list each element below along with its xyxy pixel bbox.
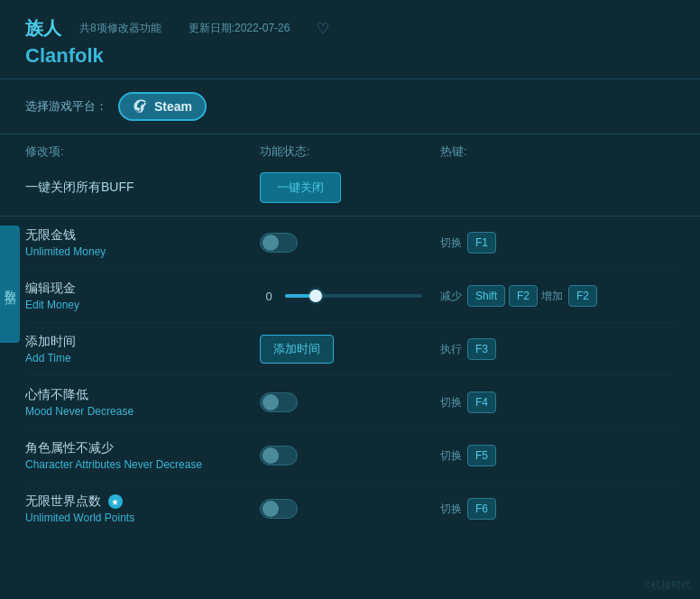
game-title-cn: 族人	[25, 16, 61, 41]
steam-button[interactable]: Steam	[118, 92, 207, 121]
mod-control-col: 添加时间	[260, 335, 440, 364]
mod-hotkey-col: 切换 F5	[440, 445, 675, 466]
table-row: 编辑现金 Edit Money 0 减少 Shift F2 增加 F2	[25, 270, 675, 323]
mod-name-cn: 无限金钱	[25, 227, 260, 244]
mod-name-en: Mood Never Decrease	[25, 405, 260, 418]
sidebar-label: 数据	[2, 281, 18, 288]
heart-icon[interactable]: ♡	[317, 20, 329, 37]
global-disable-button[interactable]: 一键关闭	[260, 172, 341, 203]
steam-label: Steam	[154, 99, 192, 114]
slider-fill	[285, 294, 312, 298]
table-row: 无限世界点数 ★ Unlimited World Points 切换 F6	[25, 483, 675, 535]
col-header-status: 功能状态:	[260, 143, 440, 160]
slider-thumb[interactable]	[309, 290, 322, 302]
toggle-switch[interactable]	[260, 392, 298, 412]
hotkey-label: 切换	[440, 235, 462, 251]
mod-name-col: 无限世界点数 ★ Unlimited World Points	[25, 493, 260, 524]
hotkey-dec-label: 减少	[440, 289, 462, 304]
mod-name-en: Add Time	[25, 352, 260, 364]
toggle-knob	[262, 394, 279, 410]
update-date: 更新日期:2022-07-26	[189, 21, 290, 36]
mod-list: 无限金钱 Unlimited Money 切换 F1 编辑现金 Edit Mon…	[0, 217, 700, 535]
watermark: ©机核时代	[644, 578, 691, 592]
hotkey-badge[interactable]: F1	[467, 232, 496, 253]
toggle-knob	[262, 235, 279, 251]
hotkey-badge-f4[interactable]: F4	[467, 392, 496, 413]
global-row: 一键关闭所有BUFF 一键关闭	[0, 165, 700, 217]
add-time-button[interactable]: 添加时间	[260, 335, 334, 364]
sidebar-accent: 数据	[0, 226, 20, 343]
table-header: 修改项: 功能状态: 热键:	[0, 134, 700, 165]
game-title-en: Clanfolk	[25, 44, 675, 68]
mod-hotkey-col: 切换 F1	[440, 232, 675, 253]
mod-hotkey-col: 切换 F6	[440, 498, 675, 520]
col-header-mod: 修改项:	[25, 143, 260, 160]
platform-label: 选择游戏平台：	[25, 98, 107, 115]
star-badge: ★	[108, 494, 123, 509]
mod-hotkey-col: 减少 Shift F2 增加 F2	[440, 285, 675, 307]
steam-icon	[133, 98, 149, 115]
hotkey-badge-f2-dec[interactable]: F2	[509, 285, 538, 307]
mod-control-col	[260, 499, 440, 519]
header: 族人 共8项修改器功能 更新日期:2022-07-26 ♡ Clanfolk	[0, 0, 700, 79]
mod-name-col: 角色属性不减少 Character Attributes Never Decre…	[25, 440, 260, 471]
platform-row: 选择游戏平台： Steam	[0, 79, 700, 134]
mod-name-cn: 心情不降低	[25, 387, 260, 403]
mod-name-cn: 无限世界点数 ★	[25, 493, 260, 510]
mod-hotkey-col: 执行 F3	[440, 338, 675, 360]
mod-control-col	[260, 233, 440, 253]
toggle-switch[interactable]	[260, 499, 298, 519]
mod-name-cn: 编辑现金	[25, 281, 260, 297]
table-row: 角色属性不减少 Character Attributes Never Decre…	[25, 429, 675, 483]
mod-control-col	[260, 392, 440, 412]
mod-name-en: Unlimited Money	[25, 245, 260, 258]
mod-control-col: 0	[260, 290, 440, 303]
slider-track[interactable]	[285, 294, 422, 298]
hotkey-badge-f5[interactable]: F5	[467, 445, 496, 466]
mod-name-en: Edit Money	[25, 299, 260, 311]
global-name: 一键关闭所有BUFF	[25, 180, 260, 196]
hotkey-badge-f6[interactable]: F6	[467, 498, 496, 520]
mod-name-col: 心情不降低 Mood Never Decrease	[25, 387, 260, 418]
hotkey-badge-f2-inc[interactable]: F2	[568, 285, 597, 307]
global-btn-col: 一键关闭	[260, 172, 440, 203]
toggle-knob	[262, 501, 279, 517]
hotkey-badge-shift[interactable]: Shift	[467, 285, 505, 307]
slider-value: 0	[260, 290, 278, 303]
mod-control-col	[260, 446, 440, 465]
table-row: 添加时间 Add Time 添加时间 执行 F3	[25, 323, 675, 376]
toggle-switch[interactable]	[260, 233, 298, 253]
mod-name-col: 添加时间 Add Time	[25, 334, 260, 364]
mod-hotkey-col: 切换 F4	[440, 392, 675, 413]
header-top: 族人 共8项修改器功能 更新日期:2022-07-26 ♡	[25, 16, 675, 41]
header-info: 共8项修改器功能 更新日期:2022-07-26 ♡	[79, 20, 329, 37]
mod-name-col: 无限金钱 Unlimited Money	[25, 227, 260, 258]
hotkey-label: 切换	[440, 502, 462, 517]
table-row: 无限金钱 Unlimited Money 切换 F1	[25, 217, 675, 270]
mod-name-en: Unlimited World Points	[25, 511, 260, 524]
mod-name-col: 编辑现金 Edit Money	[25, 281, 260, 311]
hotkey-badge-f3[interactable]: F3	[467, 338, 496, 360]
mod-name-cn: 角色属性不减少	[25, 440, 260, 456]
toggle-knob	[262, 447, 279, 464]
mod-count: 共8项修改器功能	[79, 21, 161, 36]
hotkey-label: 切换	[440, 448, 462, 464]
mod-name-cn: 添加时间	[25, 334, 260, 350]
hotkey-inc-label: 增加	[541, 289, 563, 304]
slider-container: 0	[260, 290, 422, 303]
hotkey-label: 切换	[440, 395, 462, 410]
mod-name-en: Character Attributes Never Decrease	[25, 458, 260, 471]
toggle-switch[interactable]	[260, 446, 298, 465]
table-row: 心情不降低 Mood Never Decrease 切换 F4	[25, 376, 675, 429]
hotkey-exec-label: 执行	[440, 342, 462, 357]
col-header-hotkey: 热键:	[440, 143, 675, 160]
